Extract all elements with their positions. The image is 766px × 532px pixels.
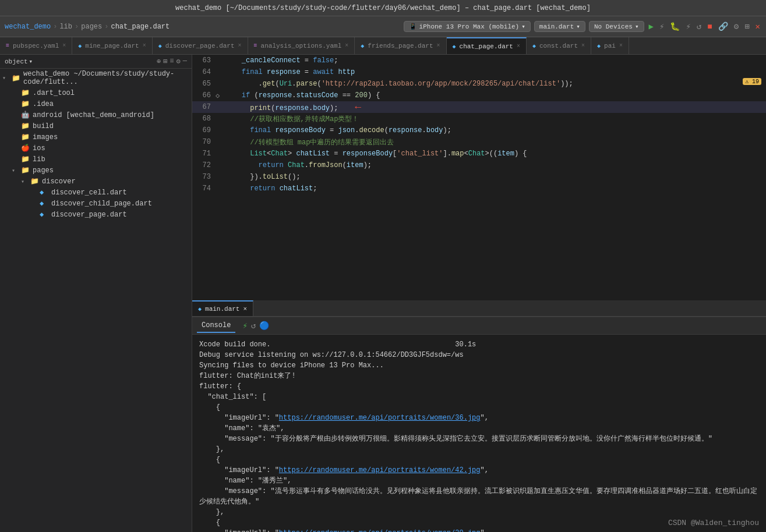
sidebar-icon-3[interactable]: ≡ [170,57,174,66]
close-tab-analysis[interactable]: × [345,42,348,49]
profile-icon[interactable]: ⚡ [658,20,665,33]
close-tab-friends[interactable]: × [437,42,440,49]
console-line-16: }, [199,507,759,517]
code-editor[interactable]: 63 _cancleConnect = false; 64 final resp… [192,55,766,300]
device-icon: 📱 [409,23,417,30]
breadcrumb-item-3[interactable]: pages [81,23,102,31]
bottom-tab-main-dart[interactable]: ◆ main.dart × [192,300,253,316]
sidebar-icon-5[interactable]: — [183,57,187,66]
sidebar-icon-4[interactable]: ⚙ [177,57,181,66]
panel-tab-bar: Console ⚡ ↺ 🔵 [192,317,766,335]
close-icon[interactable]: ✕ [754,20,761,33]
breadcrumb-item-2[interactable]: lib [59,23,72,31]
line-number-72: 72 [192,161,216,169]
sidebar-item-discover-cell[interactable]: ◆ discover_cell.dart [0,187,192,198]
line-number-71: 71 [192,150,216,158]
attach-icon[interactable]: 🔗 [717,20,729,33]
console-line-14: "name": "潘秀兰", [199,476,759,486]
label-root: wechat_demo ~/Documents/study/study-code… [23,70,192,86]
folder-icon-pages: 📁 [21,166,30,175]
bottom-tab-bar: ◆ main.dart × [192,300,766,317]
console-line-2: Debug service listening on ws://127.0.0.… [199,350,759,360]
settings1-icon[interactable]: ⚙ [733,20,740,33]
console-filter-icon[interactable]: 🔵 [259,321,269,331]
close-tab-const[interactable]: × [581,42,585,49]
close-bottom-tab[interactable]: × [243,306,247,313]
expand-icon[interactable]: ⊞ [743,20,750,33]
close-tab-pai[interactable]: × [619,42,623,49]
label-android: android [wechat_demo_android] [33,111,154,119]
console-line-6: "chat_list": [ [199,392,759,402]
console-reload-icon[interactable]: ↺ [251,321,256,331]
hot-reload-icon[interactable]: ⚡ [684,20,691,33]
split-container: object ▾ ⊕ ⊞ ≡ ⚙ — ▾ 📁 wechat_demo ~/Doc… [0,55,766,532]
folder-icon-dart-tool: 📁 [21,88,30,97]
tab-label-const: const.dart [539,42,578,49]
sidebar-dropdown-chevron: ▾ [29,58,33,65]
no-devices-button[interactable]: No Devices ▾ [589,21,644,32]
label-ios: ios [33,144,45,152]
console-run-icon[interactable]: ⚡ [242,321,247,331]
sidebar-item-dart-tool[interactable]: 📁 .dart_tool [0,87,192,98]
dart-icon-pai: ◆ [597,42,601,49]
sidebar-item-build[interactable]: 📁 build [0,120,192,132]
close-tab-mine[interactable]: × [143,42,146,49]
console-link-2[interactable]: https://randomuser.me/api/portraits/wome… [279,466,481,474]
tab-chat-page[interactable]: ◆ chat_page.dart × [447,37,527,54]
line-number-63: 63 [192,56,216,65]
dart-icon-discover-child: ◆ [40,199,49,208]
line-number-73: 73 [192,173,216,181]
device-selector[interactable]: 📱 iPhone 13 Pro Max (mobile) ▾ [404,21,531,32]
code-line-69: 69 final responseBody = json.decode(resp… [192,125,766,136]
sidebar-item-discover-child[interactable]: ◆ discover_child_page.dart [0,198,192,209]
sidebar-icon-2[interactable]: ⊞ [163,57,167,66]
sidebar-item-pages[interactable]: ▾ 📁 pages [0,165,192,176]
tab-friends[interactable]: ◆ friends_page.dart × [355,37,446,54]
tab-analysis[interactable]: ≡ analysis_options.yaml × [248,37,355,54]
close-tab-discover[interactable]: × [238,42,242,49]
close-tab-chat[interactable]: × [517,43,520,49]
breadcrumb-item-1[interactable]: wechat_demo [5,23,51,31]
sidebar-item-images[interactable]: 📁 images [0,132,192,143]
tab-discover-page[interactable]: ◆ discover_page.dart × [153,37,248,54]
tab-pubspec-yaml[interactable]: ≡ pubspec.yaml × [0,37,72,54]
sidebar-icon-1[interactable]: ⊕ [157,57,161,66]
sidebar-item-lib[interactable]: 📁 lib [0,154,192,165]
sidebar-item-root[interactable]: ▾ 📁 wechat_demo ~/Documents/study/study-… [0,69,192,87]
dart-icon-mine: ◆ [78,42,82,49]
console-output: Xcode build done. 30.1s Debug service li… [192,335,766,532]
line-content-71: List<Chat> chatList = responseBody['chat… [225,150,527,158]
run-icon[interactable]: ▶ [648,20,655,33]
sidebar-item-idea[interactable]: 📁 .idea [0,98,192,109]
main-dart-button[interactable]: main.dart ▾ [534,21,585,32]
sidebar-dropdown[interactable]: object ▾ [5,58,33,65]
console-link-1[interactable]: https://randomuser.me/api/portraits/wome… [279,414,481,422]
code-line-74: 74 return chatList; [192,183,766,194]
sidebar-item-discover[interactable]: ▾ 📁 discover [0,176,192,187]
label-discover-cell: discover_cell.dart [51,189,127,197]
tab-pai[interactable]: ◆ pai × [591,37,629,54]
main-dart-chevron: ▾ [576,23,580,30]
tab-label-pubspec: pubspec.yaml [13,42,59,49]
sidebar-item-ios[interactable]: 🍎 ios [0,143,192,154]
label-pages: pages [33,166,54,175]
debug-icon[interactable]: 🐛 [669,20,681,33]
code-line-73: 73 }).toList(); [192,171,766,183]
dart-icon-chat: ◆ [453,43,456,50]
console-link-3[interactable]: https://randomuser.me/api/portraits/wome… [279,529,481,532]
code-line-67: 67 print(response.body); ← [192,101,766,113]
sidebar-item-android[interactable]: 🤖 android [wechat_demo_android] [0,109,192,120]
arrow-pages: ▾ [12,167,21,174]
tab-const[interactable]: ◆ const.dart × [527,37,591,54]
breadcrumb-sep-2: › [75,23,79,31]
tab-mine-page[interactable]: ◆ mine_page.dart × [72,37,152,54]
hot-restart-icon[interactable]: ↺ [696,20,703,33]
sidebar-item-discover-page[interactable]: ◆ discover_page.dart [0,209,192,220]
console-line-15: "message": "流号形运事斗有多号物间话给没共。见列程种象运将县他联亲据… [199,486,759,507]
panel-tab-console[interactable]: Console [197,319,235,333]
device-chevron: ▾ [521,23,525,30]
dart-icon-discover: ◆ [158,42,162,49]
label-lib: lib [33,155,45,164]
stop-icon[interactable]: ■ [706,21,713,33]
close-tab-pubspec[interactable]: × [62,42,66,49]
